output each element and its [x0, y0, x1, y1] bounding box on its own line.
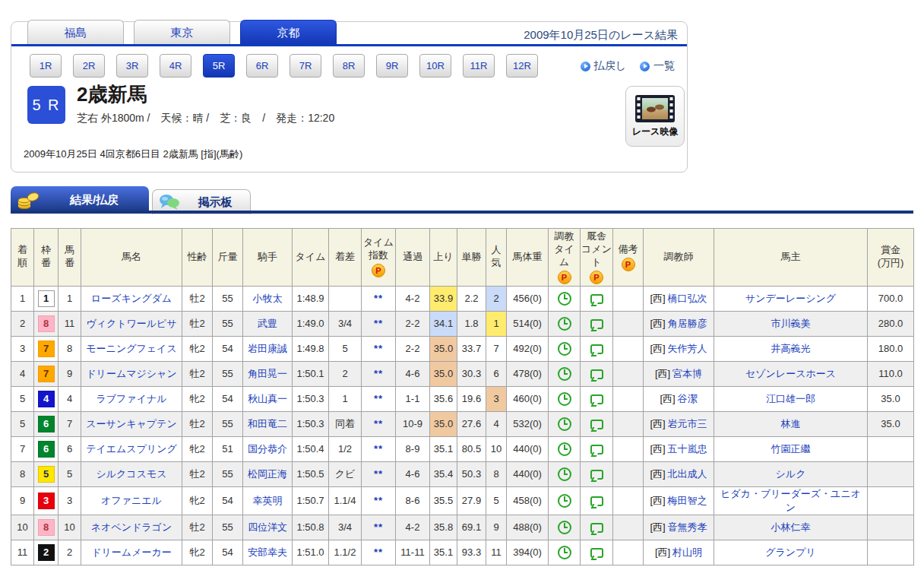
cell-popularity: 7: [486, 336, 507, 361]
stable-comment-icon[interactable]: [590, 294, 603, 304]
race-tab-7r[interactable]: 7R: [290, 54, 321, 78]
cell-odds: 50.3: [457, 461, 486, 486]
training-time-clock-icon[interactable]: [558, 494, 571, 508]
stable-comment-icon[interactable]: [590, 445, 603, 455]
trainer-link[interactable]: 宮本博: [672, 368, 702, 379]
horse-link[interactable]: テイエムスプリング: [86, 443, 177, 455]
horse-link[interactable]: ラブファイナル: [96, 393, 166, 404]
cell-horse-number: 11: [59, 311, 81, 336]
cell-trainer: [西]谷潔: [644, 386, 714, 411]
owner-link[interactable]: 竹園正繼: [771, 443, 811, 455]
jockey-link[interactable]: 武豊: [258, 318, 277, 329]
cell-popularity: 5: [486, 486, 507, 515]
cell-rank: 5: [11, 411, 34, 436]
venue-tab-fukushima[interactable]: 福島: [27, 20, 124, 45]
race-tab-8r[interactable]: 8R: [333, 54, 365, 78]
trainer-link[interactable]: 五十嵐忠: [668, 443, 707, 455]
cell-stable-comment: [581, 486, 613, 515]
training-time-clock-icon[interactable]: [558, 342, 571, 356]
race-tab-9r[interactable]: 9R: [376, 54, 408, 78]
race-tab-5r[interactable]: 5R: [203, 54, 235, 78]
jockey-link[interactable]: 四位洋文: [248, 521, 287, 533]
jockey-link[interactable]: 幸英明: [253, 495, 283, 506]
owner-link[interactable]: 江口雄一郎: [766, 393, 815, 404]
jockey-link[interactable]: 秋山真一: [248, 393, 287, 404]
race-tab-11r[interactable]: 11R: [463, 54, 495, 78]
horse-link[interactable]: ドリームマジシャン: [86, 368, 176, 379]
stable-comment-icon[interactable]: [590, 548, 603, 558]
waku-badge-3: 3: [38, 493, 55, 509]
trainer-link[interactable]: 音無秀孝: [668, 521, 707, 533]
horse-link[interactable]: ドリームメーカー: [91, 546, 172, 558]
race-tab-4r[interactable]: 4R: [160, 54, 191, 78]
owner-link[interactable]: 林進: [781, 418, 801, 429]
training-time-clock-icon[interactable]: [558, 317, 571, 331]
stable-comment-icon[interactable]: [590, 319, 603, 329]
trainer-link[interactable]: 矢作芳人: [668, 343, 707, 354]
training-time-clock-icon[interactable]: [558, 521, 571, 534]
stable-comment-icon[interactable]: [590, 523, 603, 533]
venue-tab-tokyo[interactable]: 東京: [134, 20, 230, 45]
race-tab-3r[interactable]: 3R: [116, 54, 148, 78]
training-time-clock-icon[interactable]: [558, 467, 571, 481]
cell-trainer: [西]梅田智之: [644, 486, 714, 515]
training-time-clock-icon[interactable]: [558, 546, 571, 559]
jockey-link[interactable]: 安部幸夫: [248, 546, 287, 558]
trainer-link[interactable]: 谷潔: [678, 393, 698, 404]
horse-link[interactable]: オファニエル: [101, 495, 162, 506]
owner-link[interactable]: シルク: [776, 468, 806, 480]
stable-comment-icon[interactable]: [590, 470, 603, 480]
race-video-button[interactable]: レース映像: [625, 86, 685, 147]
owner-link[interactable]: 井高義光: [771, 343, 811, 354]
owner-link[interactable]: 小林仁幸: [771, 521, 811, 533]
stable-comment-icon[interactable]: [590, 496, 603, 506]
horse-link[interactable]: スーサンキャプテン: [86, 418, 176, 429]
jockey-link[interactable]: 松岡正海: [248, 468, 287, 480]
cell-note: [613, 515, 644, 540]
stable-comment-icon[interactable]: [590, 369, 603, 379]
training-time-clock-icon[interactable]: [558, 367, 571, 381]
stable-comment-icon[interactable]: [590, 344, 603, 354]
race-tab-2r[interactable]: 2R: [73, 54, 105, 78]
payout-link[interactable]: 払戻し: [581, 59, 626, 73]
horse-link[interactable]: モーニングフェイス: [86, 343, 176, 354]
cell-trainer: [西]橋口弘次: [644, 286, 714, 311]
list-link[interactable]: 一覧: [640, 59, 675, 73]
stable-comment-icon[interactable]: [590, 420, 603, 429]
cell-stable-comment: [581, 286, 613, 311]
training-time-clock-icon[interactable]: [558, 442, 571, 456]
horse-link[interactable]: ローズキングダム: [91, 293, 172, 304]
trainer-link[interactable]: 岩元市三: [668, 418, 707, 429]
race-tab-12r[interactable]: 12R: [506, 54, 538, 78]
jockey-link[interactable]: 国分恭介: [248, 443, 287, 455]
tab-results-payout[interactable]: 結果/払戻: [11, 186, 149, 214]
owner-link[interactable]: グランプリ: [765, 546, 816, 558]
training-time-clock-icon[interactable]: [558, 417, 571, 431]
stable-comment-icon[interactable]: [590, 394, 603, 404]
waku-badge-8: 8: [38, 315, 55, 332]
horse-link[interactable]: ネオベンドラゴン: [91, 521, 172, 533]
trainer-link[interactable]: 梅田智之: [668, 495, 707, 506]
jockey-link[interactable]: 岩田康誠: [248, 343, 287, 354]
jockey-link[interactable]: 小牧太: [253, 293, 283, 304]
trainer-link[interactable]: 北出成人: [668, 468, 707, 480]
cell-training-time: [549, 436, 581, 461]
race-tab-1r[interactable]: 1R: [30, 54, 62, 78]
race-tab-6r[interactable]: 6R: [246, 54, 278, 78]
training-time-clock-icon[interactable]: [558, 392, 571, 406]
owner-link[interactable]: サンデーレーシング: [745, 293, 836, 304]
owner-link[interactable]: セゾンレースホース: [745, 368, 836, 379]
cell-waku: 5: [34, 461, 59, 486]
venue-tab-kyoto[interactable]: 京都: [240, 20, 337, 45]
owner-link[interactable]: ヒダカ・ブリーダーズ・ユニオン: [720, 488, 861, 513]
trainer-link[interactable]: 角居勝彦: [668, 318, 707, 329]
jockey-link[interactable]: 角田晃一: [248, 368, 287, 379]
owner-link[interactable]: 市川義美: [771, 318, 811, 329]
horse-link[interactable]: シルクコスモス: [96, 468, 166, 480]
trainer-link[interactable]: 橋口弘次: [668, 293, 707, 304]
trainer-link[interactable]: 村山明: [672, 546, 702, 558]
race-tab-10r[interactable]: 10R: [419, 54, 451, 78]
training-time-clock-icon[interactable]: [558, 292, 571, 306]
jockey-link[interactable]: 和田竜二: [248, 418, 287, 429]
horse-link[interactable]: ヴィクトワールピサ: [86, 318, 176, 329]
